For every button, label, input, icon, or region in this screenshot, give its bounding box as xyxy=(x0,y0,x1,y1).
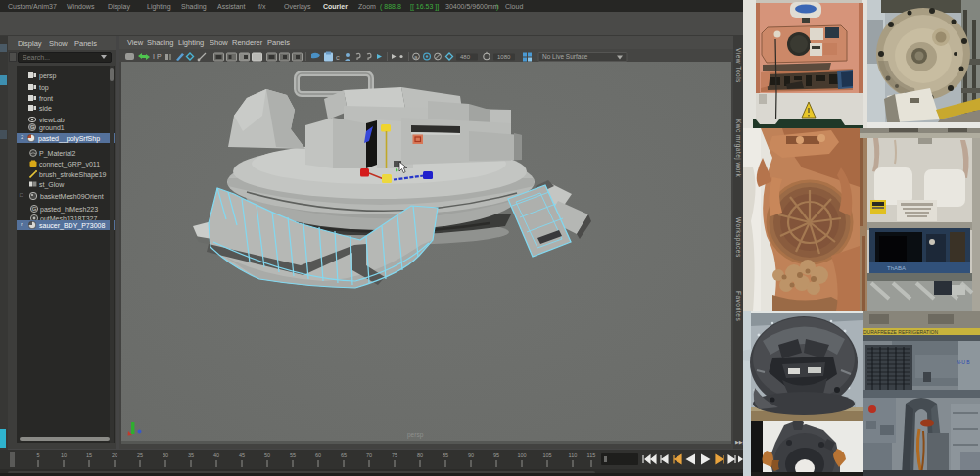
svg-text:65: 65 xyxy=(341,452,347,458)
svg-text:N-U B: N-U B xyxy=(957,359,970,365)
svg-text:persp: persp xyxy=(407,431,424,439)
svg-text:5: 5 xyxy=(36,452,39,458)
svg-text:105: 105 xyxy=(542,452,551,458)
svg-text:25: 25 xyxy=(137,452,143,458)
svg-text:30: 30 xyxy=(163,452,168,458)
svg-text:75: 75 xyxy=(392,452,397,458)
svg-text:1080: 1080 xyxy=(497,54,511,60)
svg-text:90: 90 xyxy=(468,452,474,458)
svg-text:115: 115 xyxy=(587,452,596,458)
svg-text:45: 45 xyxy=(239,452,245,458)
svg-text:c: c xyxy=(336,53,340,62)
svg-text:No Live Surface: No Live Surface xyxy=(542,53,588,60)
svg-text:I P: I P xyxy=(153,53,162,60)
svg-text:G: G xyxy=(32,206,37,212)
svg-text:80: 80 xyxy=(417,452,423,458)
svg-text:15: 15 xyxy=(86,452,92,458)
svg-text:35: 35 xyxy=(188,452,194,458)
svg-text:ThABA: ThABA xyxy=(887,265,906,271)
svg-text:G: G xyxy=(30,124,35,130)
svg-text:100: 100 xyxy=(517,452,526,458)
svg-text:20: 20 xyxy=(112,452,117,458)
svg-text:55: 55 xyxy=(290,452,296,458)
svg-text:110: 110 xyxy=(569,452,578,458)
svg-text:85: 85 xyxy=(443,452,448,458)
svg-text:60: 60 xyxy=(315,452,321,458)
svg-text:50: 50 xyxy=(264,452,270,458)
svg-text:10: 10 xyxy=(61,452,67,458)
svg-text:480: 480 xyxy=(460,54,471,60)
svg-text:70: 70 xyxy=(366,452,372,458)
svg-text:95: 95 xyxy=(493,452,499,458)
svg-text:40: 40 xyxy=(213,452,219,458)
